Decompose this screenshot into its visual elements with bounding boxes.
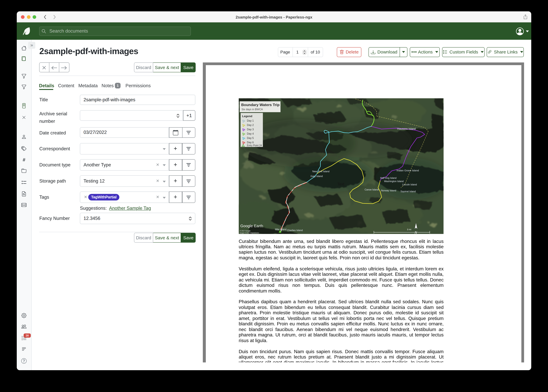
- svg-text:Day 3: Day 3: [247, 128, 254, 131]
- svg-text:Day 2: Day 2: [247, 123, 254, 126]
- svg-text:Day 4: Day 4: [247, 132, 254, 135]
- svg-text:Six days in BWCA: Six days in BWCA: [242, 108, 263, 111]
- svg-text:Boundary Waters Trip: Boundary Waters Trip: [241, 103, 274, 107]
- svg-text:Day 6: Day 6: [247, 141, 254, 144]
- svg-text:Entry Point 24: Entry Point 24: [247, 144, 262, 147]
- svg-text:Day 5: Day 5: [247, 136, 254, 139]
- svg-text:Day 1: Day 1: [247, 119, 254, 122]
- svg-text:Legend: Legend: [242, 114, 252, 118]
